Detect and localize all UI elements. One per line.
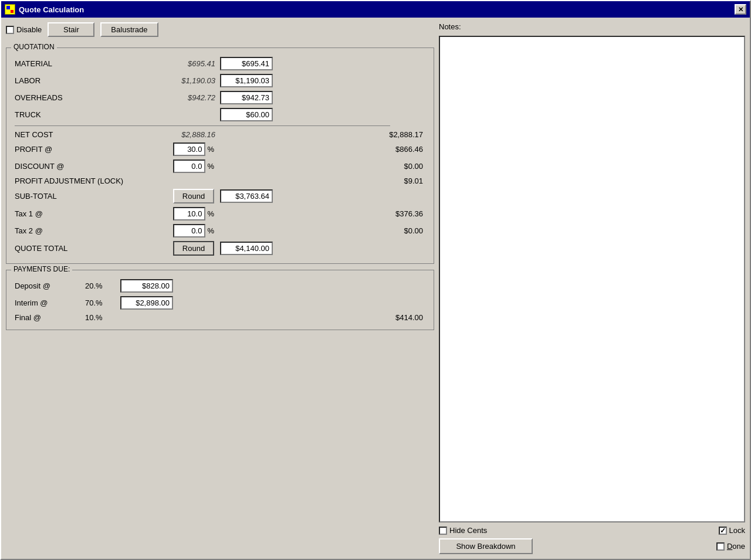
quotation-table: MATERIAL $695.41 LABOR $1,190.03 xyxy=(12,55,428,257)
hide-cents-row: Hide Cents xyxy=(439,526,487,535)
final-pct: 10.% xyxy=(83,311,118,324)
tax2-label: Tax 2 @ xyxy=(12,222,141,239)
notes-textarea[interactable] xyxy=(439,36,745,522)
title-bar: Quote Calculation ✕ xyxy=(1,1,750,18)
discount-pct-input[interactable] xyxy=(173,159,205,173)
tax1-label: Tax 1 @ xyxy=(12,205,141,222)
deposit-row: Deposit @ 20.% xyxy=(12,277,428,294)
hide-cents-checkbox[interactable] xyxy=(439,527,447,535)
disable-checkbox[interactable] xyxy=(6,26,14,34)
truck-row: TRUCK xyxy=(12,106,428,123)
net-cost-label: NET COST xyxy=(12,128,141,141)
deposit-input[interactable] xyxy=(120,279,173,293)
overheads-row: OVERHEADS $942.72 xyxy=(12,89,428,106)
quote-total-input[interactable] xyxy=(220,242,273,255)
truck-label: TRUCK xyxy=(12,106,141,123)
right-bottom: Hide Cents ✓ Lock Show Breakdown Done xyxy=(439,526,745,554)
left-panel: Disable Stair Balustrade QUOTATION MATER… xyxy=(6,22,434,554)
disable-checkbox-row: Disable xyxy=(6,25,42,34)
profit-adj-label: PROFIT ADJUSTMENT (LOCK) xyxy=(12,175,218,187)
main-window: Quote Calculation ✕ Disable Stair Balust… xyxy=(0,0,751,560)
tax2-pct-input[interactable] xyxy=(173,224,205,237)
profit-label: PROFIT @ xyxy=(12,141,141,158)
lock-checkbox[interactable]: ✓ xyxy=(719,527,727,535)
bottom-row-2: Show Breakdown Done xyxy=(439,538,745,554)
quote-total-round-button[interactable]: Round xyxy=(173,241,214,256)
tax1-pct-input[interactable] xyxy=(173,207,205,220)
truck-italic xyxy=(141,106,218,123)
sub-total-round-button[interactable]: Round xyxy=(173,189,214,203)
separator-row-1 xyxy=(12,123,428,128)
net-cost-value: $2,888.17 xyxy=(220,130,425,139)
sub-total-row: SUB-TOTAL Round xyxy=(12,187,428,205)
material-row: MATERIAL $695.41 xyxy=(12,55,428,72)
profit-pct-sym: % xyxy=(207,145,214,154)
deposit-pct: 20.% xyxy=(83,277,118,294)
net-cost-row: NET COST $2,888.16 $2,888.17 xyxy=(12,128,428,141)
tax1-value: $376.36 xyxy=(220,209,425,218)
app-icon xyxy=(5,4,15,15)
balustrade-button[interactable]: Balustrade xyxy=(100,22,158,37)
close-button[interactable]: ✕ xyxy=(735,4,746,15)
final-row: Final @ 10.% $414.00 xyxy=(12,311,428,324)
labor-italic: $1,190.03 xyxy=(141,72,218,89)
profit-value: $866.46 xyxy=(220,145,425,154)
profit-pct-input[interactable] xyxy=(173,142,205,156)
interim-label: Interim @ xyxy=(12,294,83,311)
net-cost-italic: $2,888.16 xyxy=(141,128,218,141)
deposit-label: Deposit @ xyxy=(12,277,83,294)
hide-cents-label: Hide Cents xyxy=(449,526,487,535)
payments-group: PAYMENTS DUE: Deposit @ 20.% xyxy=(6,270,434,330)
labor-label: LABOR xyxy=(12,72,141,89)
top-controls: Disable Stair Balustrade xyxy=(6,22,434,37)
interim-input[interactable] xyxy=(120,296,173,310)
sub-total-label: SUB-TOTAL xyxy=(12,187,141,205)
notes-label: Notes: xyxy=(439,22,745,31)
quotation-group: QUOTATION MATERIAL $695.41 xyxy=(6,47,434,264)
interim-row: Interim @ 70.% xyxy=(12,294,428,311)
stair-button[interactable]: Stair xyxy=(48,22,94,37)
discount-value: $0.00 xyxy=(220,162,425,171)
tax2-value: $0.00 xyxy=(220,226,425,235)
bottom-row-1: Hide Cents ✓ Lock xyxy=(439,526,745,535)
discount-label: DISCOUNT @ xyxy=(12,158,141,175)
tax2-pct-sym: % xyxy=(207,226,214,235)
profit-adj-row: PROFIT ADJUSTMENT (LOCK) $9.01 xyxy=(12,175,428,187)
window-title: Quote Calculation xyxy=(19,5,731,14)
interim-pct: 70.% xyxy=(83,294,118,311)
main-content: Disable Stair Balustrade QUOTATION MATER… xyxy=(1,18,750,559)
labor-row: LABOR $1,190.03 xyxy=(12,72,428,89)
lock-label: Lock xyxy=(729,526,745,535)
lock-row: ✓ Lock xyxy=(719,526,745,535)
payments-group-label: PAYMENTS DUE: xyxy=(11,265,72,273)
labor-input[interactable] xyxy=(220,74,273,87)
truck-input[interactable] xyxy=(220,108,273,121)
quote-total-label: QUOTE TOTAL xyxy=(12,239,141,257)
overheads-label: OVERHEADS xyxy=(12,89,141,106)
sub-total-input[interactable] xyxy=(220,189,273,203)
profit-row: PROFIT @ % $866.46 xyxy=(12,141,428,158)
material-italic: $695.41 xyxy=(141,55,218,72)
right-panel: Notes: Hide Cents ✓ Lock xyxy=(439,22,745,554)
done-label: Done xyxy=(727,542,745,551)
done-checkbox[interactable] xyxy=(716,542,725,551)
tax1-pct-sym: % xyxy=(207,209,214,218)
overheads-input[interactable] xyxy=(220,91,273,104)
final-value: $414.00 xyxy=(120,313,425,322)
payments-table: Deposit @ 20.% Interim @ 70.% xyxy=(12,277,428,324)
disable-label: Disable xyxy=(16,25,42,34)
discount-row: DISCOUNT @ % $0.00 xyxy=(12,158,428,175)
overheads-italic: $942.72 xyxy=(141,89,218,106)
profit-adj-value: $9.01 xyxy=(220,177,425,185)
discount-pct-sym: % xyxy=(207,162,214,171)
material-label: MATERIAL xyxy=(12,55,141,72)
final-label: Final @ xyxy=(12,311,83,324)
quote-total-row: QUOTE TOTAL Round xyxy=(12,239,428,257)
tax1-row: Tax 1 @ % $376.36 xyxy=(12,205,428,222)
tax2-row: Tax 2 @ % $0.00 xyxy=(12,222,428,239)
material-input[interactable] xyxy=(220,57,273,70)
show-breakdown-button[interactable]: Show Breakdown xyxy=(439,538,533,554)
done-row: Done xyxy=(716,542,745,551)
quotation-group-label: QUOTATION xyxy=(11,43,57,51)
